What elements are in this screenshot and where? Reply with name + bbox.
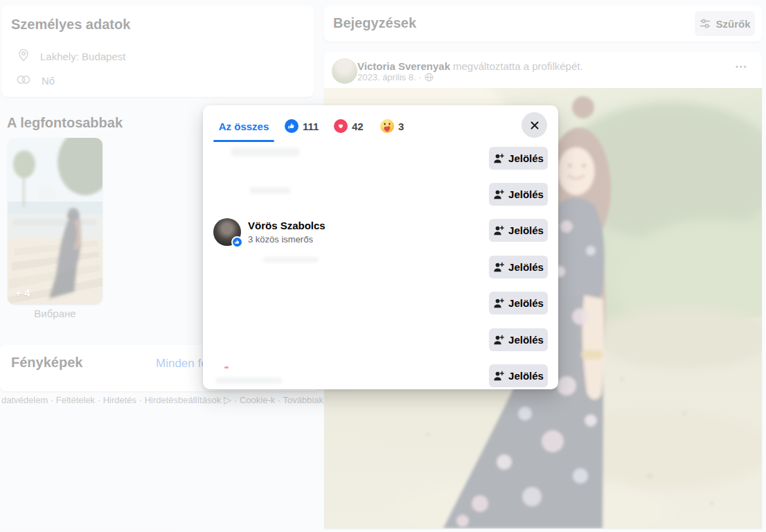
tab-love-reactions[interactable]: 42 (334, 114, 364, 138)
redacted-row-ghost (231, 148, 300, 157)
person-add-icon (493, 262, 504, 273)
care-icon (380, 119, 394, 133)
reactor-row-voros-szabolcs[interactable]: Vörös Szabolcs 3 közös ismerős (213, 218, 326, 246)
love-icon (334, 119, 348, 133)
person-add-icon (493, 298, 504, 309)
person-add-icon (493, 371, 504, 382)
close-icon[interactable] (522, 112, 547, 138)
person-add-icon (493, 189, 504, 200)
tag-button[interactable]: Jelölés (489, 328, 548, 351)
tag-button[interactable]: Jelölés (489, 147, 548, 170)
love-count: 42 (352, 121, 364, 132)
person-add-icon (493, 225, 504, 236)
tab-care-reactions[interactable]: 3 (380, 114, 404, 138)
artifact-dot (224, 366, 229, 369)
redacted-row-ghost (249, 187, 291, 194)
redacted-row-ghost (215, 378, 282, 384)
like-count: 111 (303, 121, 319, 132)
tag-button-label: Jelölés (508, 334, 544, 346)
reactor-avatar[interactable] (213, 218, 241, 246)
tag-button[interactable]: Jelölés (489, 292, 548, 314)
reactor-info: Vörös Szabolcs 3 közös ismerős (248, 218, 326, 245)
like-icon (285, 119, 299, 133)
tag-button[interactable]: Jelölés (489, 256, 548, 278)
tab-like-reactions[interactable]: 111 (285, 114, 319, 138)
tab-all-reactions[interactable]: Az összes (213, 114, 274, 138)
tag-button-label: Jelölés (508, 188, 544, 200)
active-tab-underline (213, 140, 274, 142)
tag-button-label: Jelölés (508, 224, 544, 236)
reactions-modal: Az összes 111 42 (203, 105, 558, 389)
reactor-name[interactable]: Vörös Szabolcs (248, 218, 326, 232)
tag-button-label: Jelölés (508, 297, 544, 309)
person-add-icon (493, 153, 504, 164)
tag-button[interactable]: Jelölés (489, 183, 548, 206)
tag-button-label: Jelölés (508, 370, 544, 382)
facebook-profile-page: Személyes adatok Lakhely: Budapest (0, 0, 766, 532)
person-add-icon (493, 335, 504, 346)
redacted-row-ghost (263, 257, 319, 263)
care-count: 3 (398, 121, 404, 132)
like-badge-icon (231, 236, 243, 248)
tag-button[interactable]: Jelölés (489, 364, 548, 387)
reactor-mutual-friends: 3 közös ismerős (248, 234, 326, 245)
tag-button-label: Jelölés (508, 261, 544, 273)
tag-button[interactable]: Jelölés (489, 219, 548, 242)
tag-button-label: Jelölés (508, 152, 544, 164)
